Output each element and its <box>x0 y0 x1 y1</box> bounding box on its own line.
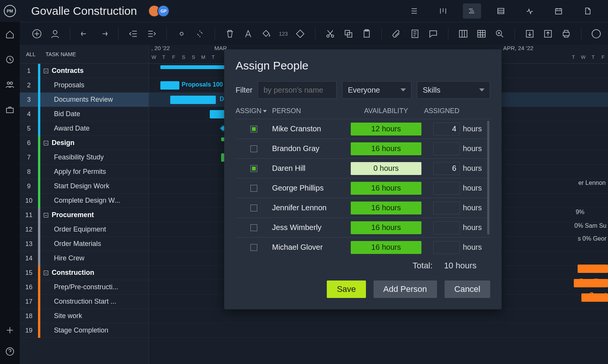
scrollbar[interactable] <box>487 121 489 235</box>
assigned-hours-input[interactable] <box>433 162 460 175</box>
task-row[interactable]: 11Procurement <box>20 208 149 222</box>
task-row[interactable]: 17Construction Start ... <box>20 295 149 309</box>
collapse-icon[interactable] <box>43 213 49 217</box>
export-icon[interactable] <box>542 28 554 39</box>
copy-icon[interactable] <box>343 28 354 39</box>
filter-scope-select[interactable]: Everyone <box>342 81 412 99</box>
task-row[interactable]: 3Documents Review <box>20 93 149 107</box>
person-icon[interactable] <box>49 28 61 39</box>
number-format[interactable]: 123 <box>279 31 288 37</box>
add-person-button[interactable]: Add Person <box>374 280 437 298</box>
import-icon[interactable] <box>524 28 535 39</box>
task-row[interactable]: 1Contracts <box>20 64 149 78</box>
task-row[interactable]: 12Order Equipment <box>20 222 149 237</box>
gantt-bar[interactable] <box>210 110 225 118</box>
notes-icon[interactable] <box>409 28 421 39</box>
clock-icon[interactable] <box>5 55 15 65</box>
comment-icon[interactable] <box>428 28 439 39</box>
avatar-2[interactable]: GP <box>157 5 169 17</box>
briefcase-icon[interactable] <box>5 105 15 115</box>
task-row[interactable]: 16Prep/Pre-constructi... <box>20 280 149 295</box>
team-icon[interactable] <box>5 80 15 90</box>
assigned-hours-input[interactable] <box>433 202 460 214</box>
add-icon[interactable] <box>31 28 43 39</box>
task-row[interactable]: 19Stage Completion <box>20 323 149 338</box>
assigned-hours-input[interactable] <box>433 142 460 155</box>
redo-icon[interactable] <box>98 28 109 39</box>
assign-checkbox[interactable] <box>250 165 257 172</box>
assign-checkbox[interactable] <box>250 244 257 251</box>
task-row[interactable]: 15Construction <box>20 266 149 280</box>
gantt-row[interactable] <box>149 323 608 338</box>
paste-icon[interactable] <box>361 28 372 39</box>
assigned-hours-input[interactable] <box>433 123 460 136</box>
board-view-icon[interactable] <box>434 3 452 19</box>
gantt-bar[interactable] <box>160 65 225 69</box>
assigned-hours-input[interactable] <box>433 241 460 254</box>
file-view-icon[interactable] <box>578 3 597 19</box>
cut-icon[interactable] <box>325 28 336 39</box>
collapse-icon[interactable] <box>43 69 49 73</box>
task-row[interactable]: 7Feasibility Study <box>20 150 149 165</box>
filter-input[interactable] <box>258 81 337 99</box>
th-assign[interactable]: ASSIGN <box>236 107 272 115</box>
calendar-view-icon[interactable] <box>549 3 568 19</box>
task-row[interactable]: 6Design <box>20 136 149 150</box>
list-view-icon[interactable] <box>405 3 423 19</box>
task-row[interactable]: 10Complete Design W... <box>20 194 149 208</box>
th-person[interactable]: PERSON <box>272 107 348 115</box>
delete-icon[interactable] <box>224 28 236 39</box>
more-icon[interactable] <box>591 28 602 39</box>
app-logo[interactable]: PM <box>0 0 20 22</box>
filter-skills-select[interactable]: Skills <box>417 81 490 99</box>
task-row[interactable]: 4Bid Date <box>20 107 149 121</box>
assign-checkbox[interactable] <box>250 145 257 152</box>
outdent-icon[interactable] <box>128 28 139 39</box>
link-icon[interactable] <box>176 28 187 39</box>
task-row[interactable]: 8Apply for Permits <box>20 165 149 179</box>
collaborator-avatars[interactable]: GP <box>148 5 169 17</box>
assigned-hours-input[interactable] <box>433 182 460 195</box>
home-icon[interactable] <box>5 30 15 39</box>
attachment-icon[interactable] <box>391 28 402 39</box>
cancel-button[interactable]: Cancel <box>445 280 490 298</box>
assign-checkbox[interactable] <box>250 205 257 211</box>
indent-icon[interactable] <box>146 28 157 39</box>
help-icon[interactable] <box>5 347 15 356</box>
gantt-bar[interactable] <box>170 96 216 104</box>
col-all[interactable]: ALL <box>20 51 42 57</box>
task-row[interactable]: 9Start Design Work <box>20 179 149 194</box>
grid-icon[interactable] <box>476 28 487 39</box>
task-row[interactable]: 5Award Date <box>20 121 149 136</box>
activity-icon[interactable] <box>521 3 539 19</box>
columns-icon[interactable] <box>458 28 469 39</box>
save-button[interactable]: Save <box>327 280 366 298</box>
collapse-icon[interactable] <box>43 271 49 275</box>
text-style-icon[interactable] <box>242 28 254 39</box>
assign-checkbox[interactable] <box>250 224 257 231</box>
gantt-view-icon[interactable] <box>463 3 481 19</box>
fill-icon[interactable] <box>261 28 272 39</box>
plus-icon[interactable] <box>5 325 15 335</box>
sheet-view-icon[interactable] <box>492 3 510 19</box>
print-icon[interactable] <box>560 28 572 39</box>
bar-construction-group[interactable] <box>578 265 608 273</box>
undo-icon[interactable] <box>79 28 91 39</box>
task-row[interactable]: 13Order Materials <box>20 237 149 251</box>
task-row[interactable]: 2Proposals <box>20 78 149 93</box>
collapse-icon[interactable] <box>43 141 49 145</box>
zoom-icon[interactable] <box>494 28 505 39</box>
bar-const-start[interactable] <box>581 293 608 302</box>
task-row[interactable]: 14Hire Crew <box>20 251 149 266</box>
bar-prep[interactable] <box>574 279 608 287</box>
assigned-hours-input[interactable] <box>433 221 460 234</box>
assign-checkbox[interactable] <box>250 126 257 132</box>
milestone-icon[interactable] <box>294 28 306 39</box>
task-row[interactable]: 18Site work <box>20 309 149 323</box>
gantt-row[interactable] <box>149 309 608 323</box>
col-task-name[interactable]: TASK NAME <box>42 51 76 57</box>
assign-checkbox[interactable] <box>250 185 257 192</box>
unlink-icon[interactable] <box>194 28 206 39</box>
gantt-bar[interactable] <box>160 81 179 90</box>
th-assigned[interactable]: ASSIGNED <box>424 107 490 115</box>
